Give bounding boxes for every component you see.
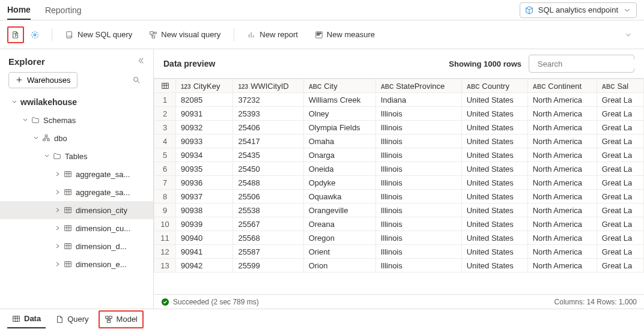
ribbon-overflow-button[interactable]: [620, 26, 637, 43]
cell[interactable]: Illinois: [375, 259, 461, 273]
settings-button[interactable]: [26, 26, 43, 43]
table-row[interactable]: 18208537232Williams CreekIndianaUnited S…: [154, 93, 644, 107]
cell[interactable]: Illinois: [375, 204, 461, 217]
cell[interactable]: United States: [461, 176, 527, 190]
tree-table-item[interactable]: dimension_d...: [0, 237, 153, 255]
cell[interactable]: Great La: [597, 231, 643, 245]
table-row[interactable]: 79093625488OpdykeIllinoisUnited StatesNo…: [154, 176, 644, 190]
tree-dbo[interactable]: dbo: [0, 129, 153, 147]
cell[interactable]: 25406: [233, 121, 303, 134]
cell[interactable]: North America: [527, 121, 597, 134]
tab-query[interactable]: Query: [50, 310, 93, 328]
table-row[interactable]: 99093825538OrangevilleIllinoisUnited Sta…: [154, 204, 644, 217]
cell[interactable]: North America: [527, 107, 597, 121]
cell[interactable]: Oquawka: [303, 190, 375, 204]
explorer-search-button[interactable]: [128, 71, 145, 88]
cell[interactable]: United States: [461, 121, 527, 134]
cell[interactable]: Opdyke: [303, 176, 375, 190]
cell[interactable]: Olympia Fields: [303, 121, 375, 134]
table-row[interactable]: 59093425435OnargaIllinoisUnited StatesNo…: [154, 148, 644, 162]
cell[interactable]: North America: [527, 134, 597, 148]
tree-table-item[interactable]: aggregate_sa...: [0, 165, 153, 183]
cell[interactable]: 25567: [233, 217, 303, 231]
cell[interactable]: Great La: [597, 190, 643, 204]
cell[interactable]: North America: [527, 162, 597, 176]
cell[interactable]: Illinois: [375, 190, 461, 204]
cell[interactable]: Illinois: [375, 134, 461, 148]
cell[interactable]: 90942: [176, 259, 233, 273]
cell[interactable]: 25393: [233, 107, 303, 121]
cell[interactable]: Illinois: [375, 148, 461, 162]
collapse-explorer-button[interactable]: [136, 56, 145, 67]
tab-model[interactable]: Model: [99, 310, 144, 328]
cell[interactable]: North America: [527, 204, 597, 217]
cell[interactable]: 90936: [176, 176, 233, 190]
cell[interactable]: United States: [461, 231, 527, 245]
tab-data[interactable]: Data: [7, 310, 46, 328]
cell[interactable]: 90935: [176, 162, 233, 176]
cell[interactable]: United States: [461, 107, 527, 121]
cell[interactable]: 90940: [176, 231, 233, 245]
cell[interactable]: Great La: [597, 93, 643, 107]
cell[interactable]: Omaha: [303, 134, 375, 148]
column-header[interactable]: ABCSal: [597, 79, 643, 93]
cell[interactable]: 90937: [176, 190, 233, 204]
cell[interactable]: 90933: [176, 134, 233, 148]
cell[interactable]: Illinois: [375, 217, 461, 231]
cell[interactable]: Orient: [303, 245, 375, 259]
table-row[interactable]: 109093925567OreanaIllinoisUnited StatesN…: [154, 217, 644, 231]
cell[interactable]: 25599: [233, 259, 303, 273]
tree-tables[interactable]: Tables: [0, 147, 153, 165]
table-row[interactable]: 39093225406Olympia FieldsIllinoisUnited …: [154, 121, 644, 134]
cell[interactable]: United States: [461, 190, 527, 204]
cell[interactable]: Oneida: [303, 162, 375, 176]
refresh-button[interactable]: [7, 26, 24, 43]
cell[interactable]: 25488: [233, 176, 303, 190]
cell[interactable]: United States: [461, 93, 527, 107]
cell[interactable]: 90931: [176, 107, 233, 121]
cell[interactable]: North America: [527, 148, 597, 162]
cell[interactable]: North America: [527, 93, 597, 107]
cell[interactable]: North America: [527, 217, 597, 231]
cell[interactable]: United States: [461, 245, 527, 259]
tree-table-item[interactable]: aggregate_sa...: [0, 183, 153, 201]
cell[interactable]: 25568: [233, 231, 303, 245]
cell[interactable]: North America: [527, 176, 597, 190]
column-header[interactable]: ABCCountry: [461, 79, 527, 93]
column-header[interactable]: ABCCity: [303, 79, 375, 93]
cell[interactable]: 90934: [176, 148, 233, 162]
cell[interactable]: 37232: [233, 93, 303, 107]
cell[interactable]: Great La: [597, 148, 643, 162]
cell[interactable]: 25435: [233, 148, 303, 162]
tree-schemas[interactable]: Schemas: [0, 111, 153, 129]
cell[interactable]: Illinois: [375, 245, 461, 259]
cell[interactable]: Great La: [597, 217, 643, 231]
cell[interactable]: 90941: [176, 245, 233, 259]
cell[interactable]: Great La: [597, 121, 643, 134]
tree-root[interactable]: wwilakehouse: [0, 93, 153, 111]
column-header[interactable]: ABCStateProvince: [375, 79, 461, 93]
cell[interactable]: 90932: [176, 121, 233, 134]
tab-home[interactable]: Home: [7, 0, 31, 20]
cell[interactable]: Great La: [597, 134, 643, 148]
cell[interactable]: Orangeville: [303, 204, 375, 217]
cell[interactable]: Illinois: [375, 162, 461, 176]
cell[interactable]: United States: [461, 162, 527, 176]
cell[interactable]: Illinois: [375, 107, 461, 121]
cell[interactable]: 25450: [233, 162, 303, 176]
table-row[interactable]: 49093325417OmahaIllinoisUnited StatesNor…: [154, 134, 644, 148]
cell[interactable]: Olney: [303, 107, 375, 121]
cell[interactable]: North America: [527, 245, 597, 259]
cell[interactable]: Great La: [597, 245, 643, 259]
cell[interactable]: United States: [461, 134, 527, 148]
new-visual-query-button[interactable]: New visual query: [144, 25, 225, 44]
cell[interactable]: Orion: [303, 259, 375, 273]
cell[interactable]: 82085: [176, 93, 233, 107]
table-row[interactable]: 89093725506OquawkaIllinoisUnited StatesN…: [154, 190, 644, 204]
new-measure-button[interactable]: New measure: [310, 25, 380, 44]
cell[interactable]: United States: [461, 148, 527, 162]
cell[interactable]: North America: [527, 259, 597, 273]
cell[interactable]: Illinois: [375, 231, 461, 245]
cell[interactable]: 25538: [233, 204, 303, 217]
cell[interactable]: Great La: [597, 162, 643, 176]
